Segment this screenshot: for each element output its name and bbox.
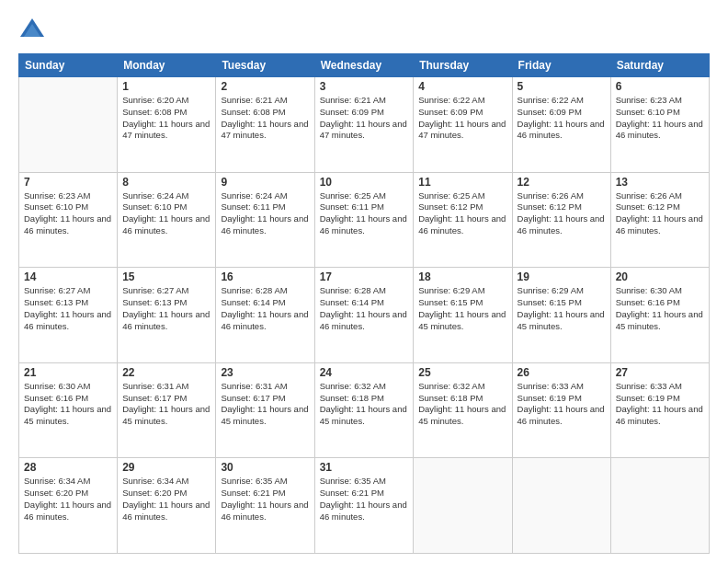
cell-info: Sunrise: 6:30 AMSunset: 6:16 PMDaylight:…	[24, 381, 112, 428]
day-header-tuesday: Tuesday	[216, 54, 314, 77]
cell-info: Sunrise: 6:35 AMSunset: 6:21 PMDaylight:…	[320, 476, 409, 523]
cell-info: Sunrise: 6:22 AMSunset: 6:09 PMDaylight:…	[418, 95, 506, 142]
day-number: 3	[320, 80, 409, 93]
day-number: 17	[320, 270, 409, 283]
calendar-cell: 12Sunrise: 6:26 AMSunset: 6:12 PMDayligh…	[512, 172, 610, 268]
day-number: 27	[616, 366, 704, 379]
day-number: 15	[122, 270, 210, 283]
calendar-cell: 10Sunrise: 6:25 AMSunset: 6:11 PMDayligh…	[314, 172, 414, 268]
day-number: 14	[24, 270, 112, 283]
cell-info: Sunrise: 6:21 AMSunset: 6:09 PMDaylight:…	[320, 95, 409, 142]
calendar-cell: 19Sunrise: 6:29 AMSunset: 6:15 PMDayligh…	[512, 268, 610, 363]
day-number: 28	[24, 461, 112, 474]
day-number: 23	[221, 366, 309, 379]
calendar-cell: 24Sunrise: 6:32 AMSunset: 6:18 PMDayligh…	[314, 362, 414, 458]
calendar-cell: 26Sunrise: 6:33 AMSunset: 6:19 PMDayligh…	[512, 362, 610, 458]
calendar-cell	[610, 458, 709, 554]
cell-info: Sunrise: 6:26 AMSunset: 6:12 PMDaylight:…	[616, 190, 704, 237]
calendar-cell: 13Sunrise: 6:26 AMSunset: 6:12 PMDayligh…	[610, 172, 709, 268]
cell-info: Sunrise: 6:32 AMSunset: 6:18 PMDaylight:…	[320, 381, 409, 428]
cell-info: Sunrise: 6:24 AMSunset: 6:11 PMDaylight:…	[221, 190, 309, 237]
cell-info: Sunrise: 6:29 AMSunset: 6:15 PMDaylight:…	[418, 285, 506, 332]
header	[18, 17, 710, 44]
calendar-cell: 1Sunrise: 6:20 AMSunset: 6:08 PMDaylight…	[118, 77, 216, 173]
calendar-week-row: 7Sunrise: 6:23 AMSunset: 6:10 PMDaylight…	[19, 172, 710, 268]
day-number: 9	[221, 176, 309, 189]
calendar-cell	[512, 458, 610, 554]
calendar: SundayMondayTuesdayWednesdayThursdayFrid…	[18, 53, 710, 554]
calendar-week-row: 14Sunrise: 6:27 AMSunset: 6:13 PMDayligh…	[19, 268, 710, 363]
calendar-cell: 20Sunrise: 6:30 AMSunset: 6:16 PMDayligh…	[610, 268, 709, 363]
day-number: 7	[24, 176, 112, 189]
calendar-cell: 11Sunrise: 6:25 AMSunset: 6:12 PMDayligh…	[414, 172, 512, 268]
day-number: 29	[122, 461, 210, 474]
cell-info: Sunrise: 6:23 AMSunset: 6:10 PMDaylight:…	[616, 95, 704, 142]
logo-icon	[18, 17, 46, 44]
calendar-cell: 27Sunrise: 6:33 AMSunset: 6:19 PMDayligh…	[610, 362, 709, 458]
calendar-week-row: 1Sunrise: 6:20 AMSunset: 6:08 PMDaylight…	[19, 77, 710, 173]
calendar-cell: 18Sunrise: 6:29 AMSunset: 6:15 PMDayligh…	[414, 268, 512, 363]
day-number: 31	[320, 461, 409, 474]
calendar-cell: 2Sunrise: 6:21 AMSunset: 6:08 PMDaylight…	[216, 77, 314, 173]
page: SundayMondayTuesdayWednesdayThursdayFrid…	[0, 0, 728, 563]
cell-info: Sunrise: 6:33 AMSunset: 6:19 PMDaylight:…	[616, 381, 704, 428]
cell-info: Sunrise: 6:31 AMSunset: 6:17 PMDaylight:…	[221, 381, 309, 428]
day-number: 16	[221, 270, 309, 283]
day-number: 8	[122, 176, 210, 189]
calendar-cell	[19, 77, 118, 173]
calendar-cell: 7Sunrise: 6:23 AMSunset: 6:10 PMDaylight…	[19, 172, 118, 268]
cell-info: Sunrise: 6:34 AMSunset: 6:20 PMDaylight:…	[24, 476, 112, 523]
calendar-cell: 4Sunrise: 6:22 AMSunset: 6:09 PMDaylight…	[414, 77, 512, 173]
day-number: 12	[518, 176, 606, 189]
day-header-wednesday: Wednesday	[314, 54, 414, 77]
calendar-cell: 14Sunrise: 6:27 AMSunset: 6:13 PMDayligh…	[19, 268, 118, 363]
cell-info: Sunrise: 6:25 AMSunset: 6:12 PMDaylight:…	[418, 190, 506, 237]
logo	[18, 17, 51, 44]
day-number: 20	[616, 270, 704, 283]
calendar-cell: 22Sunrise: 6:31 AMSunset: 6:17 PMDayligh…	[118, 362, 216, 458]
cell-info: Sunrise: 6:30 AMSunset: 6:16 PMDaylight:…	[616, 285, 704, 332]
day-number: 21	[24, 366, 112, 379]
calendar-cell: 30Sunrise: 6:35 AMSunset: 6:21 PMDayligh…	[216, 458, 314, 554]
cell-info: Sunrise: 6:27 AMSunset: 6:13 PMDaylight:…	[122, 285, 210, 332]
day-header-thursday: Thursday	[414, 54, 512, 77]
calendar-cell: 29Sunrise: 6:34 AMSunset: 6:20 PMDayligh…	[118, 458, 216, 554]
calendar-cell: 9Sunrise: 6:24 AMSunset: 6:11 PMDaylight…	[216, 172, 314, 268]
calendar-cell: 16Sunrise: 6:28 AMSunset: 6:14 PMDayligh…	[216, 268, 314, 363]
calendar-cell: 3Sunrise: 6:21 AMSunset: 6:09 PMDaylight…	[314, 77, 414, 173]
calendar-cell: 6Sunrise: 6:23 AMSunset: 6:10 PMDaylight…	[610, 77, 709, 173]
calendar-header-row: SundayMondayTuesdayWednesdayThursdayFrid…	[19, 54, 710, 77]
cell-info: Sunrise: 6:28 AMSunset: 6:14 PMDaylight:…	[221, 285, 309, 332]
cell-info: Sunrise: 6:28 AMSunset: 6:14 PMDaylight:…	[320, 285, 409, 332]
cell-info: Sunrise: 6:24 AMSunset: 6:10 PMDaylight:…	[122, 190, 210, 237]
cell-info: Sunrise: 6:26 AMSunset: 6:12 PMDaylight:…	[518, 190, 606, 237]
cell-info: Sunrise: 6:22 AMSunset: 6:09 PMDaylight:…	[518, 95, 606, 142]
calendar-cell	[414, 458, 512, 554]
day-number: 25	[418, 366, 506, 379]
calendar-cell: 31Sunrise: 6:35 AMSunset: 6:21 PMDayligh…	[314, 458, 414, 554]
day-number: 18	[418, 270, 506, 283]
cell-info: Sunrise: 6:25 AMSunset: 6:11 PMDaylight:…	[320, 190, 409, 237]
cell-info: Sunrise: 6:31 AMSunset: 6:17 PMDaylight:…	[122, 381, 210, 428]
day-number: 22	[122, 366, 210, 379]
cell-info: Sunrise: 6:27 AMSunset: 6:13 PMDaylight:…	[24, 285, 112, 332]
calendar-cell: 8Sunrise: 6:24 AMSunset: 6:10 PMDaylight…	[118, 172, 216, 268]
day-number: 1	[122, 80, 210, 93]
day-header-saturday: Saturday	[610, 54, 709, 77]
calendar-cell: 23Sunrise: 6:31 AMSunset: 6:17 PMDayligh…	[216, 362, 314, 458]
calendar-week-row: 28Sunrise: 6:34 AMSunset: 6:20 PMDayligh…	[19, 458, 710, 554]
day-number: 24	[320, 366, 409, 379]
day-number: 13	[616, 176, 704, 189]
calendar-cell: 25Sunrise: 6:32 AMSunset: 6:18 PMDayligh…	[414, 362, 512, 458]
calendar-week-row: 21Sunrise: 6:30 AMSunset: 6:16 PMDayligh…	[19, 362, 710, 458]
day-header-friday: Friday	[512, 54, 610, 77]
cell-info: Sunrise: 6:35 AMSunset: 6:21 PMDaylight:…	[221, 476, 309, 523]
day-number: 30	[221, 461, 309, 474]
calendar-cell: 21Sunrise: 6:30 AMSunset: 6:16 PMDayligh…	[19, 362, 118, 458]
cell-info: Sunrise: 6:21 AMSunset: 6:08 PMDaylight:…	[221, 95, 309, 142]
calendar-cell: 5Sunrise: 6:22 AMSunset: 6:09 PMDaylight…	[512, 77, 610, 173]
day-number: 2	[221, 80, 309, 93]
day-header-sunday: Sunday	[19, 54, 118, 77]
cell-info: Sunrise: 6:33 AMSunset: 6:19 PMDaylight:…	[518, 381, 606, 428]
cell-info: Sunrise: 6:34 AMSunset: 6:20 PMDaylight:…	[122, 476, 210, 523]
